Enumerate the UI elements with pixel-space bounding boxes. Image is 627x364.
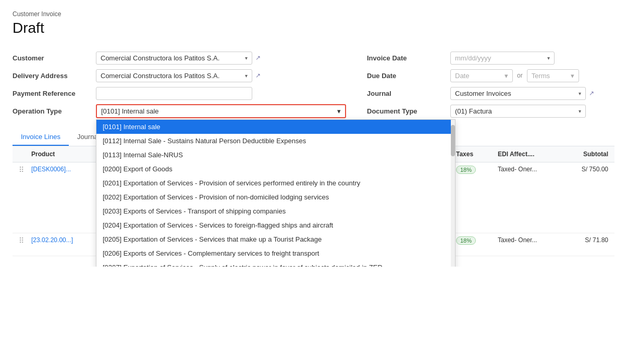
delivery-address-field[interactable]: Comercial Constructora los Patitos S.A. …: [96, 69, 252, 82]
row2-handle[interactable]: ⠿: [17, 235, 29, 246]
dropdown-item-0201[interactable]: [0201] Exportation of Services - Provisi…: [96, 176, 451, 190]
document-type-value: (01) Factura: [455, 107, 492, 115]
dropdown-item-0206[interactable]: [0206] Exports of Services - Complementa…: [96, 246, 451, 260]
operation-type-label: Operation Type: [13, 104, 96, 115]
row1-edi: Taxed- Oner...: [498, 166, 537, 173]
row1-handle[interactable]: ⠿: [17, 165, 29, 175]
delivery-address-label: Delivery Address: [13, 72, 96, 80]
invoice-date-label: Invoice Date: [367, 54, 450, 62]
due-date-label: Due Date: [367, 72, 450, 80]
tab-invoice-lines[interactable]: Invoice Lines: [13, 129, 69, 146]
customer-field[interactable]: Comercial Constructora los Patitos S.A. …: [96, 52, 252, 65]
due-date-arrow: ▾: [505, 72, 508, 80]
invoice-date-value: mm/dd/yyyy: [455, 54, 491, 62]
delivery-dropdown-arrow: ▾: [245, 73, 248, 79]
customer-label: Customer: [13, 54, 96, 62]
due-date-placeholder: Date: [455, 72, 469, 80]
row2-edi: Taxed- Oner...: [498, 236, 537, 244]
dropdown-list: [0101] Internal sale[0112] Internal Sale…: [96, 120, 451, 267]
operation-type-dropdown[interactable]: [0101] Internal sale[0112] Internal Sale…: [96, 119, 456, 267]
dropdown-item-0203[interactable]: [0203] Exports of Services - Transport o…: [96, 204, 451, 218]
journal-value: Customer Invoices: [455, 90, 511, 97]
terms-arrow: ▾: [571, 72, 574, 80]
dropdown-item-0112[interactable]: [0112] Internal Sale - Sustains Natural …: [96, 134, 451, 148]
document-type-field[interactable]: (01) Factura ▾: [450, 105, 586, 118]
row1-tax-badge: 18%: [456, 166, 476, 174]
dropdown-item-0202[interactable]: [0202] Exportation of Services - Provisi…: [96, 190, 451, 204]
dropdown-item-0200[interactable]: [0200] Export of Goods: [96, 162, 451, 176]
terms-placeholder: Terms: [532, 72, 550, 80]
dropdown-item-0113[interactable]: [0113] Internal Sale-NRUS: [96, 148, 451, 162]
breadcrumb: Customer Invoice: [13, 10, 614, 18]
operation-type-arrow: ▾: [337, 107, 341, 115]
invoice-date-arrow: ▾: [547, 55, 550, 61]
dropdown-item-0205[interactable]: [0205] Exportation of Services - Service…: [96, 232, 451, 246]
document-type-arrow: ▾: [579, 108, 581, 114]
operation-type-value: [0101] Internal sale: [101, 107, 159, 115]
customer-external-link-icon[interactable]: ↗: [255, 54, 261, 61]
journal-label: Journal: [367, 90, 450, 97]
row2-subtotal: S/ 71.80: [585, 236, 608, 244]
page-title: Draft: [13, 20, 614, 36]
col-handle: [17, 149, 29, 159]
col-edi: EDI Affect....: [496, 149, 558, 159]
due-date-field[interactable]: Date ▾: [450, 69, 513, 82]
journal-arrow: ▾: [579, 91, 581, 96]
journal-field[interactable]: Customer Invoices ▾: [450, 87, 586, 100]
customer-dropdown-arrow: ▾: [245, 55, 248, 61]
col-subtotal: Subtotal: [558, 149, 610, 159]
payment-reference-input[interactable]: [96, 87, 252, 100]
journal-external-link-icon[interactable]: ↗: [589, 90, 594, 97]
delivery-external-link-icon[interactable]: ↗: [255, 72, 261, 79]
terms-field[interactable]: Terms ▾: [527, 69, 579, 82]
dropdown-item-0207[interactable]: [0207] Exportation of Services - Supply …: [96, 260, 451, 267]
operation-type-field[interactable]: [0101] Internal sale ▾: [96, 104, 346, 118]
col-taxes: Taxes: [454, 149, 496, 159]
customer-value: Comercial Constructora los Patitos S.A.: [101, 54, 219, 62]
delivery-address-value: Comercial Constructora los Patitos S.A.: [101, 72, 219, 80]
document-type-label: Document Type: [367, 107, 450, 115]
dropdown-item-0204[interactable]: [0204] Exportation of Services - Service…: [96, 218, 451, 232]
row2-tax-badge: 18%: [456, 236, 476, 245]
dropdown-item-0101[interactable]: [0101] Internal sale: [96, 120, 451, 134]
invoice-date-field[interactable]: mm/dd/yyyy ▾: [450, 52, 555, 65]
row1-subtotal: S/ 750.00: [582, 166, 608, 173]
payment-reference-label: Payment Reference: [13, 90, 96, 97]
or-text: or: [517, 72, 523, 79]
